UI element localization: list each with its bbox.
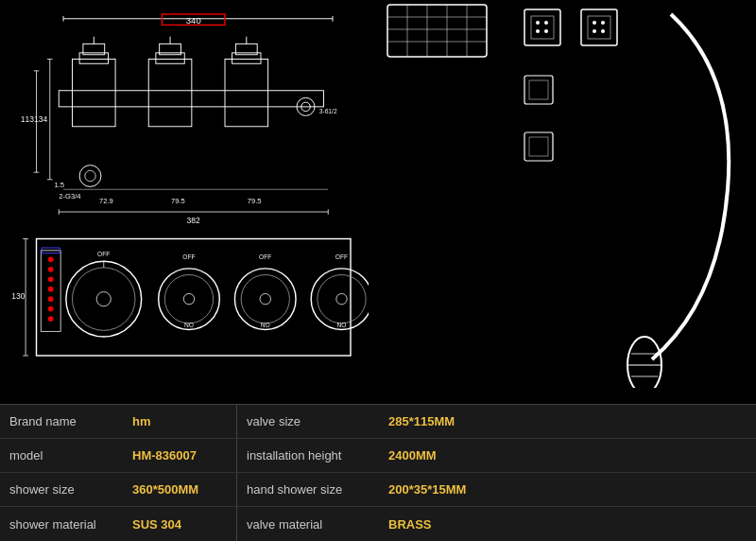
svg-point-94 [601, 29, 605, 33]
svg-rect-14 [225, 60, 268, 127]
svg-rect-84 [531, 16, 554, 39]
svg-point-86 [544, 21, 548, 25]
installation-height-value: 2400MM [379, 448, 756, 462]
hand-shower-size-value: 200*35*15MM [379, 482, 756, 497]
shower-material-label: shower material [0, 517, 123, 532]
specs-row-1: Brand name hm valve size 285*115MM [0, 405, 756, 439]
main-container: 340 [0, 0, 756, 541]
shower-size-value: 360*500MM [123, 482, 236, 497]
shower-material-value: SUS 304 [123, 517, 236, 532]
svg-point-56 [73, 268, 136, 331]
svg-point-61 [164, 275, 213, 323]
specs-row-3: shower size 360*500MM hand shower size 2… [0, 473, 756, 507]
brand-name-label: Brand name [0, 414, 123, 428]
hand-shower-size-label: hand shower size [237, 482, 379, 497]
svg-text:130: 130 [11, 291, 26, 301]
valve-material-value: BRASS [379, 517, 756, 532]
svg-rect-90 [588, 16, 610, 39]
svg-rect-101 [524, 132, 553, 161]
shower-size-label: shower size [0, 482, 123, 497]
svg-text:OFF: OFF [182, 253, 195, 260]
svg-point-85 [536, 21, 540, 25]
svg-text:OFF: OFF [335, 253, 348, 260]
svg-point-49 [48, 276, 54, 282]
svg-rect-100 [529, 80, 548, 99]
svg-text:NO: NO [184, 322, 194, 328]
svg-text:113: 113 [21, 114, 35, 124]
svg-point-88 [544, 29, 548, 33]
svg-point-69 [260, 293, 270, 304]
svg-text:OFF: OFF [259, 253, 271, 260]
valve-size-label: valve size [237, 414, 379, 428]
svg-point-48 [48, 267, 54, 272]
svg-rect-89 [581, 9, 617, 45]
svg-text:79.5: 79.5 [171, 197, 185, 205]
svg-point-30 [85, 170, 95, 181]
svg-point-55 [66, 261, 142, 337]
svg-point-64 [183, 293, 194, 304]
svg-text:1.5: 1.5 [55, 181, 65, 189]
svg-rect-10 [148, 60, 192, 127]
svg-point-93 [593, 29, 596, 33]
svg-point-50 [48, 287, 54, 292]
drawing-area: 340 [0, 0, 756, 388]
svg-text:NO: NO [337, 322, 347, 328]
svg-text:340: 340 [186, 15, 201, 26]
svg-rect-102 [529, 137, 548, 156]
svg-point-59 [96, 292, 111, 306]
svg-point-51 [48, 296, 54, 302]
svg-rect-75 [387, 5, 487, 57]
svg-point-66 [241, 275, 289, 323]
svg-text:2-G3/4: 2-G3/4 [59, 192, 80, 201]
svg-point-47 [48, 257, 54, 263]
left-drawing: 340 [0, 0, 378, 388]
specs-table: Brand name hm valve size 285*115MM model… [0, 404, 756, 541]
svg-rect-83 [524, 9, 560, 45]
svg-point-71 [318, 275, 366, 323]
svg-point-95 [627, 337, 662, 388]
svg-text:NO: NO [261, 322, 270, 328]
model-label: model [0, 448, 123, 462]
svg-text:79.5: 79.5 [248, 197, 262, 205]
model-value: HM-836007 [123, 448, 236, 462]
svg-point-53 [48, 316, 54, 322]
installation-height-label: installation height [237, 448, 379, 462]
svg-point-91 [593, 21, 596, 25]
specs-row-4: shower material SUS 304 valve material B… [0, 507, 756, 541]
svg-point-29 [79, 166, 101, 187]
svg-rect-99 [524, 76, 553, 104]
svg-point-52 [48, 306, 54, 312]
svg-text:72.9: 72.9 [99, 197, 113, 205]
specs-row-2: model HM-836007 installation height 2400… [0, 439, 756, 473]
svg-text:OFF: OFF [97, 251, 110, 257]
svg-point-92 [601, 21, 605, 25]
valve-size-value: 285*115MM [379, 414, 756, 428]
svg-rect-6 [73, 60, 116, 127]
right-drawing [378, 0, 756, 388]
svg-text:3-61/2: 3-61/2 [319, 108, 337, 114]
svg-point-74 [336, 293, 347, 304]
brand-name-value: hm [123, 414, 236, 428]
svg-text:382: 382 [187, 216, 201, 225]
svg-point-87 [536, 29, 540, 33]
valve-material-label: valve material [237, 517, 379, 532]
